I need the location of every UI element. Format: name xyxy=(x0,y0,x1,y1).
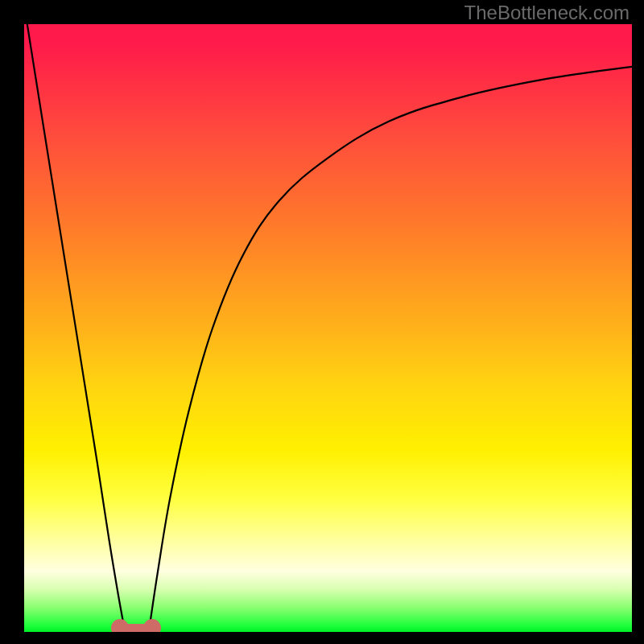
left-branch-curve xyxy=(27,24,126,632)
plot-area xyxy=(24,24,632,632)
watermark-text: TheBottleneck.com xyxy=(464,2,630,24)
valley-marker-bridge xyxy=(120,624,151,632)
right-branch-curve xyxy=(149,67,632,632)
curve-layer xyxy=(24,24,632,632)
